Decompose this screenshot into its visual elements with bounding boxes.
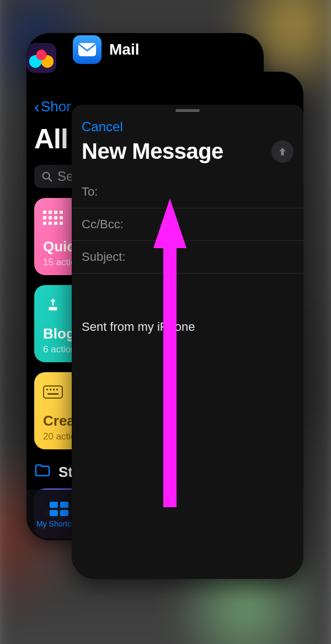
- svg-rect-4: [50, 389, 51, 390]
- svg-rect-6: [56, 389, 58, 390]
- ccbcc-field[interactable]: Cc/Bcc:: [72, 208, 303, 241]
- app-card-mail[interactable]: Mail Cancel New Message To: Cc/Bcc: Subj…: [72, 35, 303, 577]
- svg-rect-2: [44, 386, 62, 398]
- app-label: Mail: [109, 41, 139, 58]
- svg-line-1: [49, 178, 51, 181]
- svg-rect-16: [78, 43, 96, 56]
- svg-rect-3: [46, 389, 48, 390]
- cancel-button[interactable]: Cancel: [82, 119, 123, 135]
- subject-field[interactable]: Subject:: [72, 241, 303, 273]
- svg-rect-7: [47, 393, 58, 395]
- send-button[interactable]: [271, 141, 293, 163]
- search-icon: [41, 170, 53, 183]
- to-field[interactable]: To:: [72, 176, 303, 208]
- upload-icon: [43, 295, 63, 315]
- compose-sheet: Cancel New Message To: Cc/Bcc: Subject: …: [72, 105, 303, 579]
- grid-icon: [43, 208, 63, 228]
- compose-title: New Message: [82, 139, 223, 164]
- message-body[interactable]: Sent from my iPhone: [72, 273, 303, 334]
- svg-rect-5: [53, 389, 55, 390]
- chevron-left-icon: ‹: [34, 99, 40, 115]
- folder-icon: [34, 464, 51, 481]
- mail-app-icon: [73, 35, 102, 64]
- keyboard-icon: [43, 382, 63, 402]
- shortcuts-app-icon: [26, 43, 56, 73]
- grid-icon: [50, 502, 68, 516]
- phone-frame: Cancel New Message To: Cc/Bcc: Subject: …: [72, 72, 303, 579]
- sheet-grabber[interactable]: [175, 109, 200, 112]
- arrow-up-icon: [277, 146, 288, 157]
